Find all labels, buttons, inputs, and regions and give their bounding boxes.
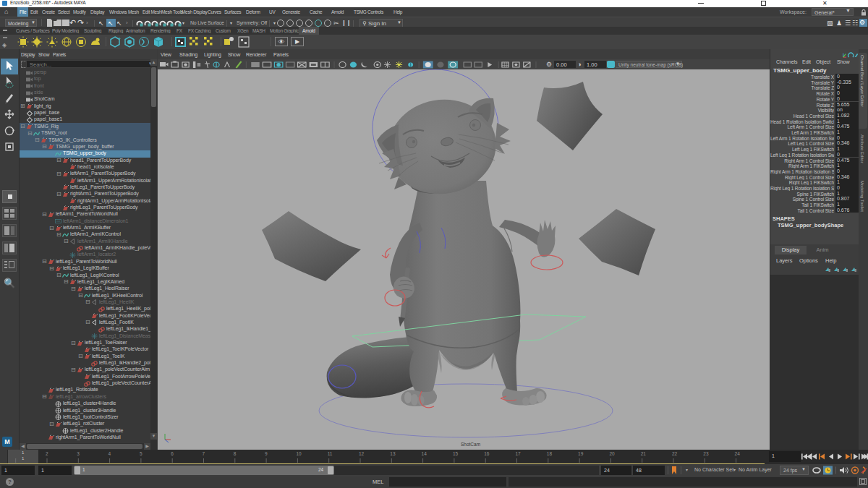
svg-text:14: 14 <box>422 451 427 456</box>
svg-text:9: 9 <box>265 451 268 456</box>
svg-text:11: 11 <box>328 451 333 456</box>
svg-text:4: 4 <box>109 451 111 456</box>
svg-text:7: 7 <box>203 451 205 456</box>
svg-text:6: 6 <box>171 451 174 456</box>
svg-text:22: 22 <box>672 451 678 456</box>
svg-text:21: 21 <box>641 451 647 456</box>
svg-text:12: 12 <box>359 451 365 456</box>
svg-text:19: 19 <box>578 451 584 456</box>
svg-text:5: 5 <box>140 451 142 456</box>
svg-text:20: 20 <box>609 451 615 456</box>
svg-text:16: 16 <box>484 451 490 456</box>
svg-text:24: 24 <box>735 451 741 456</box>
svg-text:ShotCam: ShotCam <box>461 442 480 447</box>
svg-text:10: 10 <box>296 451 302 456</box>
svg-text:8: 8 <box>234 451 237 456</box>
svg-text:15: 15 <box>453 451 459 456</box>
svg-text:18: 18 <box>547 451 553 456</box>
svg-text:17: 17 <box>516 451 522 456</box>
svg-text:3: 3 <box>77 451 80 456</box>
svg-text:13: 13 <box>390 451 396 456</box>
svg-text:2: 2 <box>46 451 48 456</box>
svg-text:+: + <box>118 36 121 41</box>
svg-text:23: 23 <box>703 451 709 456</box>
